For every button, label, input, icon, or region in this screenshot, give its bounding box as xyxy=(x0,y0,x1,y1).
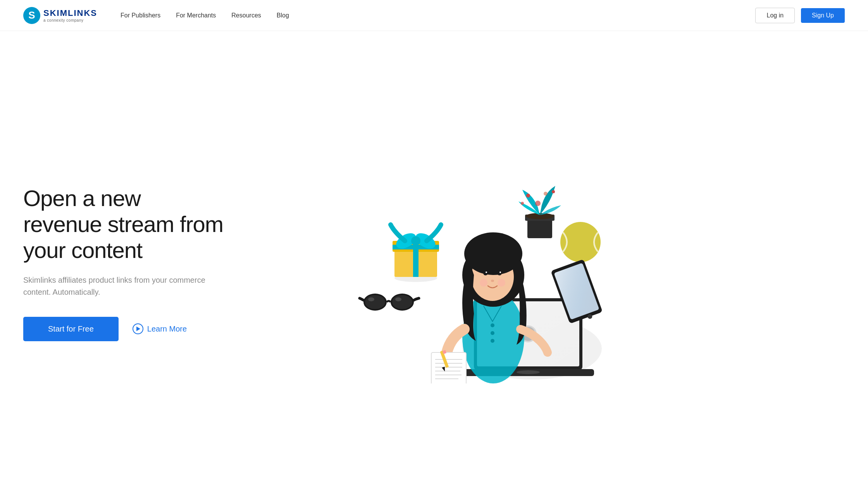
start-for-free-button[interactable]: Start for Free xyxy=(23,317,119,341)
svg-point-22 xyxy=(491,323,494,327)
svg-point-14 xyxy=(464,232,522,275)
nav-for-merchants[interactable]: For Merchants xyxy=(176,12,216,19)
logo-icon: S xyxy=(23,7,40,24)
svg-point-53 xyxy=(392,295,412,309)
svg-point-17 xyxy=(486,271,487,273)
svg-point-54 xyxy=(368,297,374,301)
svg-point-7 xyxy=(517,370,540,374)
svg-point-42 xyxy=(411,236,420,246)
logo-text: SKIMLINKS a connexity company xyxy=(43,8,97,22)
login-button[interactable]: Log in xyxy=(755,8,795,23)
svg-point-18 xyxy=(499,271,501,273)
hero-content: Open a new revenue stream from your cont… xyxy=(23,186,240,341)
logo[interactable]: S SKIMLINKS a connexity company xyxy=(23,7,97,24)
svg-point-47 xyxy=(552,190,555,193)
nav-resources[interactable]: Resources xyxy=(231,12,261,19)
navbar: S SKIMLINKS a connexity company For Publ… xyxy=(0,0,868,31)
svg-point-16 xyxy=(497,271,502,275)
svg-text:S: S xyxy=(28,9,35,21)
svg-point-21 xyxy=(498,279,505,287)
svg-point-61 xyxy=(544,192,548,196)
svg-point-15 xyxy=(483,271,488,275)
nav-actions: Log in Sign Up xyxy=(755,8,845,23)
play-icon xyxy=(133,323,143,334)
nav-for-publishers[interactable]: For Publishers xyxy=(121,12,160,19)
hero-headline: Open a new revenue stream from your cont… xyxy=(23,186,225,263)
play-triangle xyxy=(136,326,140,331)
hero-illustration xyxy=(240,143,692,383)
learn-more-label: Learn More xyxy=(147,325,187,333)
svg-point-19 xyxy=(491,280,494,282)
nav-links: For Publishers For Merchants Resources B… xyxy=(121,12,755,19)
hero-subtext: Skimlinks affiliates product links from … xyxy=(23,274,209,298)
hero-buttons: Start for Free Learn More xyxy=(23,317,225,341)
hero-illustration-svg xyxy=(240,143,692,383)
nav-blog[interactable]: Blog xyxy=(277,12,289,19)
svg-point-24 xyxy=(491,339,494,343)
hero-section: Open a new revenue stream from your cont… xyxy=(0,31,868,488)
svg-point-48 xyxy=(521,202,524,205)
signup-button[interactable]: Sign Up xyxy=(801,8,845,23)
svg-point-45 xyxy=(526,213,554,219)
learn-more-link[interactable]: Learn More xyxy=(133,323,187,334)
svg-point-55 xyxy=(395,297,401,301)
svg-point-23 xyxy=(491,331,494,335)
svg-point-46 xyxy=(526,194,530,198)
svg-point-51 xyxy=(365,295,385,309)
svg-point-60 xyxy=(535,201,541,206)
svg-point-20 xyxy=(480,279,487,287)
